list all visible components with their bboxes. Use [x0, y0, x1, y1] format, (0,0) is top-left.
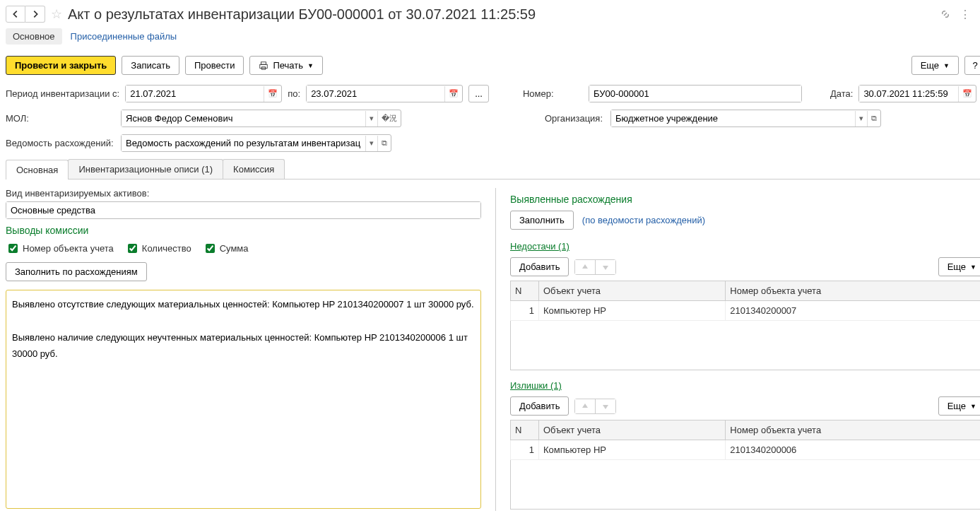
col-number: Номер объекта учета [726, 281, 980, 301]
subnav-files[interactable]: Присоединенные файлы [71, 31, 177, 42]
move-up-button[interactable] [575, 399, 596, 413]
col-n: N [511, 420, 539, 440]
cb-sum[interactable]: Сумма [203, 242, 249, 255]
table-row[interactable]: 1 Компьютер HP 2101340200007 [511, 301, 981, 321]
add-surplus-button[interactable]: Добавить [510, 396, 569, 416]
page-title: Акт о результатах инвентаризации БУ00-00… [68, 6, 940, 23]
calendar-icon[interactable]: 📅 [444, 86, 462, 102]
printer-icon [259, 61, 268, 71]
chevron-down-icon: ▼ [943, 62, 950, 69]
back-button[interactable] [6, 6, 25, 23]
tab-main[interactable]: Основная [6, 160, 69, 179]
asset-type-input[interactable] [6, 202, 480, 218]
save-button[interactable]: Записать [122, 56, 179, 75]
more-shortage-button[interactable]: Еще ▼ [938, 257, 980, 276]
period-from-input[interactable] [126, 86, 264, 102]
by-statement-link[interactable]: (по ведомости расхождений) [582, 215, 705, 225]
period-to-input[interactable] [307, 86, 444, 102]
org-label: Организация: [545, 113, 605, 124]
conclusions-textarea[interactable] [6, 290, 481, 509]
surplus-link[interactable]: Излишки (1) [510, 380, 562, 391]
org-input[interactable] [611, 110, 855, 126]
move-down-button[interactable] [596, 260, 615, 274]
fill-by-discrep-button[interactable]: Заполнить по расхождениям [6, 262, 147, 281]
conclusions-title: Выводы комиссии [6, 225, 481, 236]
open-icon[interactable]: ⧉ [377, 136, 391, 151]
col-object: Объект учета [539, 281, 726, 301]
discrep-title: Выявленные расхождения [510, 194, 980, 205]
favorite-icon[interactable]: ☆ [51, 6, 62, 22]
move-up-button[interactable] [575, 260, 596, 274]
open-icon[interactable]: ⧉ [867, 111, 880, 126]
help-button[interactable]: ? [964, 56, 980, 75]
date-input[interactable] [859, 86, 958, 102]
post-button[interactable]: Провести [185, 56, 244, 75]
discrep-label: Ведомость расхождений: [6, 138, 115, 148]
svg-rect-0 [261, 61, 266, 64]
calendar-icon[interactable]: 📅 [958, 86, 976, 102]
add-shortage-button[interactable]: Добавить [510, 257, 569, 276]
cb-quantity[interactable]: Количество [125, 242, 191, 255]
shortage-table: N Объект учета Номер объекта учета 1 Ком… [510, 281, 980, 370]
forward-button[interactable] [25, 6, 45, 23]
mol-input[interactable] [122, 110, 365, 126]
cb-object-number[interactable]: Номер объекта учета [6, 242, 114, 255]
col-object: Объект учета [539, 420, 726, 440]
surplus-table: N Объект учета Номер объекта учета 1 Ком… [510, 420, 980, 510]
chevron-down-icon[interactable]: ▾ [365, 111, 377, 126]
kebab-icon[interactable]: ⋮ [960, 8, 971, 21]
discrep-input[interactable] [122, 135, 365, 151]
open-icon[interactable]: �況 [377, 111, 401, 126]
period-to-label: по: [288, 88, 300, 99]
tab-inventory-lists[interactable]: Инвентаризационные описи (1) [68, 159, 223, 179]
col-n: N [511, 281, 539, 301]
post-close-button[interactable]: Провести и закрыть [6, 56, 116, 75]
more-button[interactable]: Еще ▼ [911, 56, 959, 75]
number-input[interactable] [589, 86, 801, 102]
number-label: Номер: [523, 88, 583, 99]
chevron-down-icon[interactable]: ▾ [365, 136, 377, 151]
col-number: Номер объекта учета [726, 420, 980, 440]
asset-type-label: Вид инвентаризируемых активов: [6, 188, 481, 199]
chevron-down-icon[interactable]: ▾ [855, 111, 867, 126]
date-label: Дата: [830, 88, 853, 99]
shortage-link[interactable]: Недостачи (1) [510, 241, 569, 252]
period-from-label: Период инвентаризации с: [6, 88, 119, 99]
chevron-down-icon: ▼ [307, 62, 314, 69]
print-button[interactable]: Печать ▼ [249, 56, 323, 75]
table-row[interactable]: 1 Компьютер HP 2101340200006 [511, 440, 981, 460]
calendar-icon[interactable]: 📅 [264, 86, 281, 102]
tab-commission[interactable]: Комиссия [223, 159, 285, 179]
more-surplus-button[interactable]: Еще ▼ [938, 396, 980, 416]
svg-rect-1 [260, 64, 268, 68]
mol-label: МОЛ: [6, 113, 115, 124]
link-icon[interactable] [940, 8, 951, 20]
fill-button[interactable]: Заполнить [510, 211, 574, 230]
move-down-button[interactable] [596, 399, 615, 413]
subnav-main[interactable]: Основное [6, 28, 62, 45]
period-picker-button[interactable]: ... [468, 85, 489, 102]
